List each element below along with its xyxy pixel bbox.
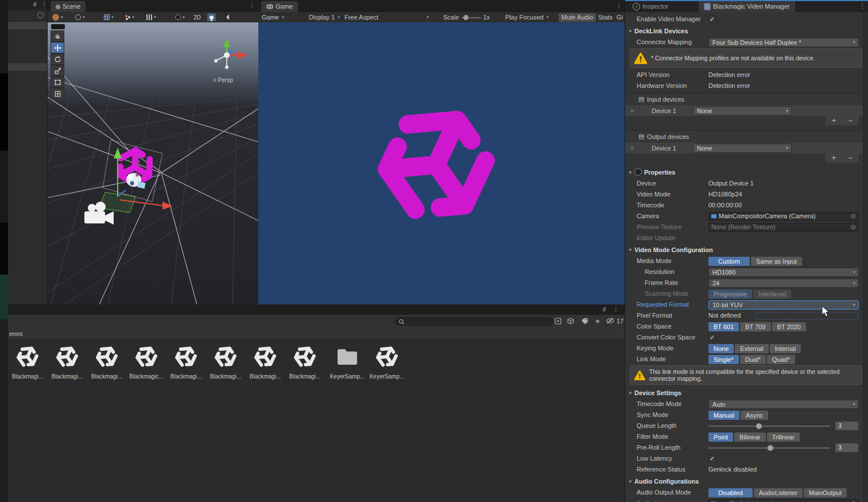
rotate-tool-button[interactable] <box>51 53 64 65</box>
move-tool-button[interactable] <box>51 42 64 53</box>
inspector-scrollbar[interactable] <box>863 12 868 502</box>
option-internal-button[interactable]: Internal <box>770 344 801 353</box>
asset-item[interactable]: Blackmagi... <box>49 343 85 380</box>
add-device-button[interactable]: + <box>832 153 836 163</box>
section-video-mode-configuration[interactable]: ▼Video Mode Configuration <box>625 245 868 256</box>
frame-rate-dropdown[interactable]: 24▼ <box>708 279 859 288</box>
option-manual-button[interactable]: Manual <box>708 411 739 420</box>
hidden-packages-toggle[interactable]: 17 <box>606 318 623 325</box>
lighting-toggle[interactable] <box>207 13 216 21</box>
audio-listener-object-field[interactable]: None (Audio Listener)⊙ <box>708 499 859 502</box>
favorites-star-icon[interactable]: ★ <box>595 318 600 325</box>
asset-item[interactable]: Blackmagi... <box>247 343 283 380</box>
audio-toggle[interactable] <box>223 13 229 21</box>
pre-roll-length-value-field[interactable]: 3 <box>835 443 858 452</box>
play-focused-dropdown[interactable]: Play Focused▼ <box>505 13 549 22</box>
scale-slider[interactable]: Scale 1x <box>443 13 490 22</box>
search-input[interactable] <box>395 317 553 326</box>
kebab-icon[interactable]: ⋮ <box>41 1 47 7</box>
option-single-button[interactable]: Single* <box>708 355 739 364</box>
tab-inspector[interactable]: i Inspector <box>627 1 673 12</box>
asset-item[interactable]: Blackmagi... <box>10 343 45 380</box>
section-audio-configurations[interactable]: ▼Audio Configurations <box>625 476 868 487</box>
timecode-mode-dropdown[interactable]: Auto▼ <box>708 400 859 409</box>
device-dropdown[interactable]: None▼ <box>693 106 792 115</box>
kebab-icon[interactable]: ⋮ <box>249 2 255 9</box>
hand-tool-button[interactable] <box>51 30 64 42</box>
remove-device-button[interactable]: − <box>848 153 852 163</box>
breadcrumb[interactable]: enes <box>9 330 23 337</box>
option-mainoutput-button[interactable]: MainOutput <box>804 488 847 497</box>
asset-item[interactable]: KeyerSamp... <box>369 343 405 380</box>
list-header-output-devices[interactable]: ▤Output devices <box>625 130 868 142</box>
gizmos-dropdown[interactable]: Gi <box>617 13 623 22</box>
asset-item[interactable]: Blackmagic... <box>129 343 164 380</box>
low-latency-checkbox[interactable]: ✓ <box>708 455 716 462</box>
mute-audio-toggle[interactable]: Mute Audio <box>559 13 596 22</box>
scene-viewport[interactable]: < Persp <box>48 22 258 304</box>
option-quad-button[interactable]: Quad* <box>767 355 795 364</box>
search-by-type-icon[interactable] <box>555 318 561 326</box>
option-external-button[interactable]: External <box>735 344 768 353</box>
kebab-icon[interactable]: ⋮ <box>859 2 866 10</box>
queue-length-slider-knob[interactable] <box>756 423 762 429</box>
asset-item[interactable]: Blackmagi... <box>208 343 243 380</box>
preview-texture-object-field[interactable]: None (Render Texture)⊙ <box>708 223 859 232</box>
2d-toggle[interactable]: 2D <box>193 13 201 21</box>
option-bilinear-button[interactable]: Bilinear <box>734 433 766 442</box>
option-progressive-button[interactable]: Progressive <box>708 289 752 299</box>
connector-mapping-dropdown[interactable]: Four Sub Devices Half Duplex *▼ <box>708 38 859 47</box>
hierarchy-selected-row[interactable] <box>8 22 47 29</box>
kebab-icon[interactable]: ⋮ <box>613 306 619 312</box>
search-icon[interactable] <box>37 12 44 18</box>
device-row[interactable]: =Device 1None▼ <box>625 142 868 153</box>
game-viewport[interactable] <box>258 22 625 304</box>
scale-tool-button[interactable] <box>51 65 64 76</box>
snap-settings-dropdown[interactable]: ▼ <box>146 13 157 21</box>
convert-color-space-checkbox[interactable]: ✓ <box>708 334 716 341</box>
enable-video-manager-checkbox[interactable]: ✓ <box>708 16 716 23</box>
scale-knob[interactable] <box>463 15 468 20</box>
grid-snap-dropdown[interactable]: ▼ <box>104 13 114 21</box>
kebab-icon[interactable]: ⋮ <box>615 2 622 9</box>
device-row[interactable]: =Device 1None▼ <box>625 105 868 116</box>
lock-icon[interactable]: ∂ <box>603 306 606 312</box>
lock-icon[interactable]: ∂ <box>33 1 36 7</box>
camera-object-field[interactable]: MainCompositorCamera (Camera)⊙ <box>708 212 859 221</box>
add-device-button[interactable]: + <box>832 116 836 125</box>
queue-length-value-field[interactable]: 3 <box>835 422 858 430</box>
asset-item[interactable]: Blackmagi... <box>287 343 323 380</box>
option-none-button[interactable]: None <box>708 344 734 353</box>
shading-mode-dropdown[interactable]: ▼ <box>175 13 185 21</box>
option-custom-button[interactable]: Custom <box>708 257 750 266</box>
object-picker-icon[interactable]: ⊙ <box>851 213 856 219</box>
section-decklink-devices[interactable]: ▼DeckLink Devices <box>625 26 868 37</box>
drag-handle-icon[interactable]: = <box>630 105 634 117</box>
drag-handle-icon[interactable]: = <box>630 142 634 154</box>
option-same-as-input-button[interactable]: Same as Input <box>751 257 802 266</box>
scale-track[interactable] <box>462 17 481 18</box>
package-icon[interactable] <box>567 318 574 326</box>
tab-game[interactable]: Game <box>261 1 298 12</box>
label-icon[interactable] <box>581 318 588 326</box>
increment-snap-dropdown[interactable]: ▼ <box>125 13 135 21</box>
game-target-dropdown[interactable]: Game▼ <box>262 13 285 22</box>
object-picker-icon[interactable]: ⊙ <box>851 224 856 230</box>
editor-update-checkbox[interactable] <box>708 234 716 242</box>
asset-item[interactable]: Blackmagi... <box>168 343 204 380</box>
option-bt-2020-button[interactable]: BT 2020 <box>772 322 806 331</box>
tool-settings-dropdown[interactable]: ▼ <box>52 13 64 21</box>
list-header-input-devices[interactable]: ▤Input devices <box>625 93 868 105</box>
option-point-button[interactable]: Point <box>708 433 733 442</box>
option-disabled-button[interactable]: Disabled <box>708 488 753 497</box>
option-bt-601-button[interactable]: BT 601 <box>708 322 739 331</box>
persp-label[interactable]: < Persp <box>213 77 233 83</box>
resolution-dropdown[interactable]: HD1080▼ <box>708 268 859 277</box>
transform-tool-button[interactable] <box>51 88 64 99</box>
section-device-settings[interactable]: ▼Device Settings <box>625 388 868 399</box>
asset-item[interactable]: Blackmagi... <box>89 343 125 380</box>
pivot-dropdown[interactable]: ▼ <box>75 13 86 21</box>
option-bt-709-button[interactable]: BT 709 <box>740 322 770 331</box>
pre-roll-length-slider-knob[interactable] <box>768 445 773 451</box>
stats-toggle[interactable]: Stats <box>598 13 613 22</box>
